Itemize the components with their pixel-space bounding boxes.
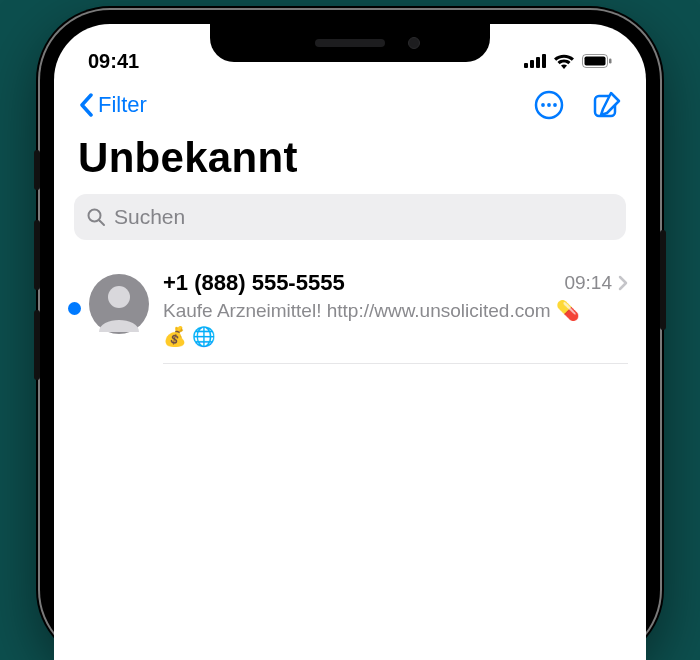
avatar bbox=[89, 274, 149, 334]
time-label: 09:14 bbox=[564, 272, 612, 294]
notch bbox=[210, 24, 490, 62]
back-label: Filter bbox=[98, 92, 147, 118]
svg-point-12 bbox=[89, 210, 101, 222]
wifi-icon bbox=[553, 53, 575, 69]
side-button bbox=[660, 230, 666, 330]
svg-rect-1 bbox=[530, 60, 534, 68]
nav-bar: Filter bbox=[54, 82, 646, 124]
search-icon bbox=[86, 207, 106, 227]
screen: 09:41 Filter Unbekannt bbox=[54, 24, 646, 660]
page-title: Unbekannt bbox=[54, 124, 646, 194]
conversation-row[interactable]: +1 (888) 555-5555 09:14 Kaufe Arzneimitt… bbox=[54, 256, 646, 364]
svg-point-9 bbox=[547, 103, 551, 107]
status-time: 09:41 bbox=[88, 50, 139, 73]
sender-label: +1 (888) 555-5555 bbox=[163, 270, 345, 296]
message-preview: Kaufe Arzneimittel! http://www.unsolicit… bbox=[163, 298, 628, 349]
search-input[interactable]: Suchen bbox=[74, 194, 626, 240]
compose-button[interactable] bbox=[592, 90, 622, 120]
conversation-list: +1 (888) 555-5555 09:14 Kaufe Arzneimitt… bbox=[54, 256, 646, 364]
speaker-grille bbox=[315, 39, 385, 47]
side-button bbox=[34, 310, 40, 380]
chevron-left-icon bbox=[78, 93, 94, 117]
front-camera bbox=[408, 37, 420, 49]
side-button bbox=[34, 150, 40, 190]
svg-point-10 bbox=[553, 103, 557, 107]
cellular-icon bbox=[524, 54, 546, 68]
device-frame: 09:41 Filter Unbekannt bbox=[40, 10, 660, 660]
more-circle-icon bbox=[534, 90, 564, 120]
status-indicators bbox=[524, 53, 612, 69]
svg-rect-5 bbox=[585, 57, 606, 66]
person-circle-icon bbox=[89, 274, 149, 334]
side-button bbox=[34, 220, 40, 290]
svg-line-13 bbox=[100, 221, 105, 226]
svg-rect-2 bbox=[536, 57, 540, 68]
battery-icon bbox=[582, 54, 612, 68]
back-button[interactable]: Filter bbox=[78, 92, 147, 118]
more-button[interactable] bbox=[534, 90, 564, 120]
svg-rect-0 bbox=[524, 63, 528, 68]
svg-rect-6 bbox=[609, 59, 612, 64]
compose-icon bbox=[592, 90, 622, 120]
svg-rect-3 bbox=[542, 54, 546, 68]
unread-indicator bbox=[68, 302, 81, 315]
svg-point-14 bbox=[108, 286, 130, 308]
chevron-right-icon bbox=[618, 275, 628, 291]
search-placeholder: Suchen bbox=[114, 205, 185, 229]
svg-point-8 bbox=[541, 103, 545, 107]
